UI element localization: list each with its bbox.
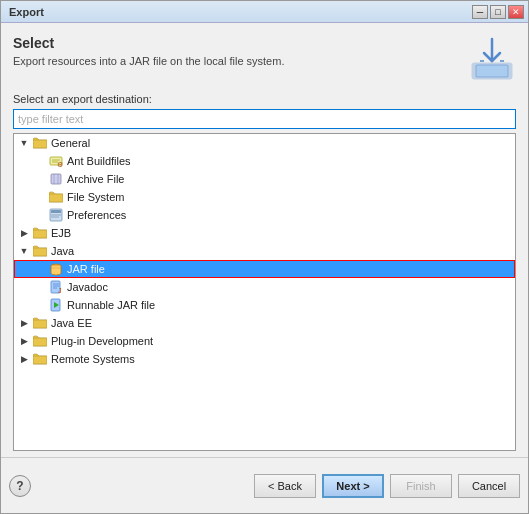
tree-toggle-plugin-dev[interactable]: ▶ [18, 335, 30, 347]
tree-label-ant-buildfiles: Ant Buildfiles [67, 155, 131, 167]
tree-icon-general [32, 136, 48, 150]
next-button[interactable]: Next > [322, 474, 384, 498]
svg-rect-12 [49, 194, 63, 202]
page-description: Export resources into a JAR file on the … [13, 55, 458, 67]
tree-toggle-file-system[interactable] [34, 191, 46, 203]
titlebar-controls: ─ □ ✕ [472, 5, 524, 19]
finish-button[interactable]: Finish [390, 474, 452, 498]
tree-item-runnable-jar[interactable]: Runnable JAR file [14, 296, 515, 314]
tree-icon-jar-file [48, 262, 64, 276]
tree-toggle-java[interactable]: ▼ [18, 245, 30, 257]
svg-rect-14 [51, 210, 61, 213]
tree-item-preferences[interactable]: Preferences [14, 206, 515, 224]
tree-item-remote-systems[interactable]: ▶ Remote Systems [14, 350, 515, 368]
tree-item-ejb[interactable]: ▶ EJB [14, 224, 515, 242]
tree-item-archive-file[interactable]: Archive File [14, 170, 515, 188]
tree-toggle-javadoc[interactable] [34, 281, 46, 293]
tree-icon-runnable-jar [48, 298, 64, 312]
tree-toggle-archive-file[interactable] [34, 173, 46, 185]
svg-rect-17 [33, 230, 47, 238]
footer-right: < Back Next > Finish Cancel [254, 474, 520, 498]
tree-toggle-preferences[interactable] [34, 209, 46, 221]
tree-icon-remote-systems [32, 352, 48, 366]
tree-icon-java-ee [32, 316, 48, 330]
help-button[interactable]: ? [9, 475, 31, 497]
tree-label-javadoc: Javadoc [67, 281, 108, 293]
tree-label-jar-file: JAR file [67, 263, 105, 275]
tree-toggle-java-ee[interactable]: ▶ [18, 317, 30, 329]
svg-rect-1 [476, 65, 508, 77]
tree-label-java-ee: Java EE [51, 317, 92, 329]
dialog-content: Select Export resources into a JAR file … [1, 23, 528, 451]
tree-icon-plugin-dev [32, 334, 48, 348]
export-dialog: Export ─ □ ✕ Select Export resources int… [0, 0, 529, 514]
svg-rect-4 [33, 140, 47, 148]
tree-label-java: Java [51, 245, 74, 257]
footer: ? < Back Next > Finish Cancel [1, 457, 528, 513]
tree-item-java[interactable]: ▼ Java [14, 242, 515, 260]
header-area: Select Export resources into a JAR file … [13, 35, 516, 83]
tree-label-plugin-dev: Plug-in Development [51, 335, 153, 347]
close-button[interactable]: ✕ [508, 5, 524, 19]
window-title: Export [9, 6, 44, 18]
tree-icon-javadoc: J [48, 280, 64, 294]
cancel-button[interactable]: Cancel [458, 474, 520, 498]
svg-text:⚙: ⚙ [57, 161, 63, 168]
tree-item-jar-file[interactable]: JAR file [14, 260, 515, 278]
tree-label-file-system: File System [67, 191, 124, 203]
tree-label-archive-file: Archive File [67, 173, 124, 185]
tree-icon-java [32, 244, 48, 258]
svg-rect-18 [33, 248, 47, 256]
maximize-button[interactable]: □ [490, 5, 506, 19]
tree-toggle-ejb[interactable]: ▶ [18, 227, 30, 239]
tree-icon-preferences [48, 208, 64, 222]
tree-label-preferences: Preferences [67, 209, 126, 221]
tree-label-ejb: EJB [51, 227, 71, 239]
page-title: Select [13, 35, 458, 51]
svg-text:J: J [58, 287, 62, 294]
tree-icon-file-system [48, 190, 64, 204]
tree-item-general[interactable]: ▼ General [14, 134, 515, 152]
section-label: Select an export destination: [13, 93, 516, 105]
tree-item-javadoc[interactable]: J Javadoc [14, 278, 515, 296]
filter-input[interactable] [13, 109, 516, 129]
tree-icon-ejb [32, 226, 48, 240]
tree-label-general: General [51, 137, 90, 149]
tree-icon-ant-buildfiles: ⚙ [48, 154, 64, 168]
back-button[interactable]: < Back [254, 474, 316, 498]
tree-item-java-ee[interactable]: ▶ Java EE [14, 314, 515, 332]
minimize-button[interactable]: ─ [472, 5, 488, 19]
tree-item-ant-buildfiles[interactable]: ⚙ Ant Buildfiles [14, 152, 515, 170]
tree-icon-archive-file [48, 172, 64, 186]
svg-rect-9 [51, 174, 61, 184]
tree-toggle-remote-systems[interactable]: ▶ [18, 353, 30, 365]
svg-rect-29 [33, 338, 47, 346]
tree-toggle-ant-buildfiles[interactable] [34, 155, 46, 167]
tree-toggle-general[interactable]: ▼ [18, 137, 30, 149]
tree-item-plugin-dev[interactable]: ▶ Plug-in Development [14, 332, 515, 350]
export-icon [468, 35, 516, 83]
footer-left: ? [9, 475, 31, 497]
tree-toggle-runnable-jar[interactable] [34, 299, 46, 311]
titlebar: Export ─ □ ✕ [1, 1, 528, 23]
tree-label-runnable-jar: Runnable JAR file [67, 299, 155, 311]
header-text: Select Export resources into a JAR file … [13, 35, 458, 77]
svg-rect-30 [33, 356, 47, 364]
tree-toggle-jar-file[interactable] [34, 263, 46, 275]
tree-label-remote-systems: Remote Systems [51, 353, 135, 365]
tree-item-file-system[interactable]: File System [14, 188, 515, 206]
tree-container[interactable]: ▼ General ⚙ Ant Buildfiles Archive File … [13, 133, 516, 451]
svg-rect-28 [33, 320, 47, 328]
